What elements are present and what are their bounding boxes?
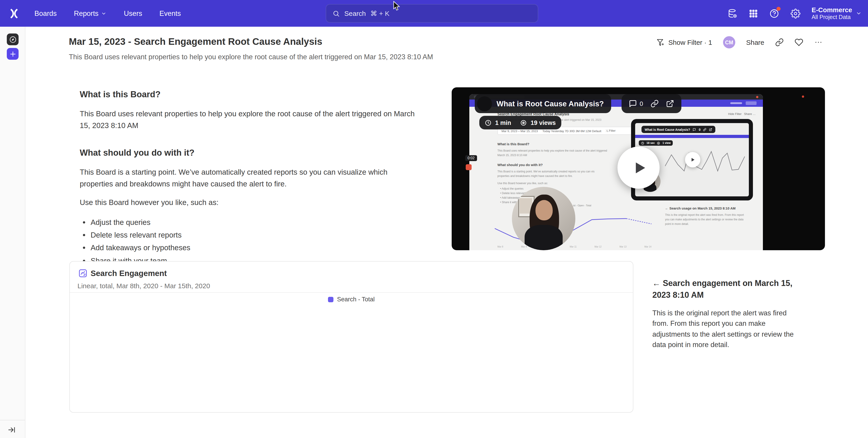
video-title-pill: What is Root Cause Analysis? xyxy=(475,94,611,113)
video-duration: 1 min xyxy=(495,119,511,126)
show-filter-button[interactable]: Show Filter · 1 xyxy=(656,38,712,46)
annotation-link[interactable]: ← Search engagement on March 15, 2023 8:… xyxy=(652,277,802,301)
presenter-body xyxy=(525,225,563,250)
mini-x-label: Mar 13 xyxy=(620,245,626,248)
link-icon xyxy=(775,38,784,46)
list-item: Add takeaways or hypotheses xyxy=(91,243,421,253)
data-management-icon[interactable] xyxy=(727,8,737,18)
mini-doc-text: Use this Board however you like, such as… xyxy=(497,181,548,186)
expand-sidebar-icon xyxy=(8,426,16,434)
legend-swatch xyxy=(328,297,334,302)
page-title: Mar 15, 2023 - Search Engagement Root Ca… xyxy=(69,36,322,47)
video-embed-card[interactable]: Search Engagement Root Cause Analysis an… xyxy=(452,87,825,250)
tablet-meta-badge: 18 sec 1 view xyxy=(639,140,673,146)
mini-annotation-body: This is the original report the alert wa… xyxy=(665,213,749,227)
project-name: E-Commerce xyxy=(812,6,852,14)
line-chart xyxy=(70,306,633,412)
board-toolbar: Show Filter · 1 CM Share xyxy=(656,36,823,48)
app-window: Boards Reports Users Events Search ⌘ + K xyxy=(0,0,868,438)
line-chart-report-icon xyxy=(78,268,88,278)
link-icon xyxy=(703,128,707,131)
more-options-button[interactable] xyxy=(814,38,823,46)
search-shortcut: ⌘ + K xyxy=(370,9,390,18)
nav-item-label: Users xyxy=(124,9,142,18)
mini-toolbar-text: Hide Filter Share … xyxy=(728,112,756,115)
doc-heading-2: What should you do with it? xyxy=(80,148,421,158)
mini-doc-text: March 15, 2023 8:10 AM xyxy=(497,153,527,158)
rail-divider xyxy=(0,420,25,420)
plus-icon xyxy=(9,50,16,57)
search-icon xyxy=(333,10,340,17)
play-icon xyxy=(690,157,695,162)
favorite-button[interactable] xyxy=(795,38,803,46)
mini-annotation-heading: ← Search usage on March 15, 2023 8:10 AM xyxy=(665,206,736,210)
clock-icon xyxy=(641,141,644,144)
nav-right-cluster: E-Commerce All Project Data xyxy=(727,0,862,27)
mini-app-icons xyxy=(730,102,742,104)
nav-item-boards[interactable]: Boards xyxy=(34,9,57,18)
copy-link-button[interactable] xyxy=(775,38,784,46)
report-title: Search Engagement xyxy=(91,269,167,278)
notification-dot xyxy=(776,6,780,11)
mini-doc-heading-2: What should you do with it? xyxy=(497,163,543,167)
mini-doc-heading-1: What is this Board? xyxy=(497,142,529,146)
help-icon[interactable] xyxy=(769,8,779,18)
chart-legend[interactable]: Search - Total xyxy=(70,296,633,303)
mini-bullet: • Adjust the queries xyxy=(500,187,524,191)
discover-boards-button[interactable] xyxy=(7,33,19,45)
list-item: Adjust the queries xyxy=(91,217,421,227)
chevron-down-icon xyxy=(856,10,862,16)
video-avatar xyxy=(477,96,492,111)
list-item: Delete less relevant reports xyxy=(91,230,421,240)
filter-funnel-icon xyxy=(656,38,664,46)
create-board-button[interactable] xyxy=(7,48,19,60)
annotation-body: This is the original report the alert wa… xyxy=(652,308,802,350)
share-button[interactable]: Share xyxy=(746,38,764,46)
presenter-face xyxy=(535,200,553,221)
compass-icon xyxy=(9,36,17,43)
recording-timestamp: 0:02 xyxy=(465,155,477,161)
avatar[interactable]: CM xyxy=(723,36,735,48)
comment-icon[interactable] xyxy=(629,100,637,108)
link-icon[interactable] xyxy=(650,100,658,108)
search-input[interactable]: Search ⌘ + K xyxy=(326,4,538,23)
mini-x-label: Mar 8 xyxy=(497,245,503,248)
mini-doc-text: This Board uses relevant properties to h… xyxy=(497,148,607,153)
heart-icon xyxy=(795,38,803,46)
apps-grid-icon[interactable] xyxy=(749,9,758,18)
report-card[interactable]: Search Engagement Linear, total, Mar 8th… xyxy=(69,261,633,413)
views-icon xyxy=(657,141,660,144)
nav-item-label: Boards xyxy=(34,9,57,18)
views-icon xyxy=(520,119,527,126)
tablet-sparkline-chart xyxy=(665,146,745,179)
project-switcher[interactable]: E-Commerce All Project Data xyxy=(812,6,862,21)
record-stop-button xyxy=(466,164,472,170)
search-placeholder: Search xyxy=(344,9,366,17)
show-filter-label: Show Filter · 1 xyxy=(669,38,712,46)
settings-gear-icon[interactable] xyxy=(790,8,800,18)
nav-item-label: Reports xyxy=(74,9,98,18)
video-meta-pill: 1 min 19 views xyxy=(479,116,561,129)
doc-paragraph-3: Use this Board however you like, such as… xyxy=(80,196,421,208)
mixpanel-logo-icon[interactable] xyxy=(9,8,19,18)
top-nav: Boards Reports Users Events Search ⌘ + K xyxy=(0,0,868,27)
report-subtitle: Linear, total, Mar 8th, 2020 - Mar 15th,… xyxy=(78,282,210,290)
nav-item-users[interactable]: Users xyxy=(124,9,142,18)
open-external-icon[interactable] xyxy=(666,100,674,108)
comment-count: 0 xyxy=(640,100,643,107)
mini-x-label: Mar 12 xyxy=(595,245,601,248)
nav-item-events[interactable]: Events xyxy=(159,9,181,18)
video-views: 19 views xyxy=(531,119,556,126)
nav-item-label: Events xyxy=(159,9,181,18)
chevron-down-icon xyxy=(101,11,107,16)
board-text-section: What is this Board? This Board uses rele… xyxy=(80,90,421,268)
doc-paragraph-1: This Board uses relevant properties to h… xyxy=(80,108,421,132)
mini-x-label: Mar 14 xyxy=(645,245,651,248)
presenter-webcam-bubble xyxy=(512,187,575,250)
clock-icon xyxy=(485,119,492,126)
video-play-button[interactable] xyxy=(618,146,660,189)
project-scope: All Project Data xyxy=(812,14,852,21)
tablet-play-button xyxy=(685,152,701,167)
nav-item-reports[interactable]: Reports xyxy=(74,9,107,18)
expand-sidebar-button[interactable] xyxy=(8,426,16,434)
